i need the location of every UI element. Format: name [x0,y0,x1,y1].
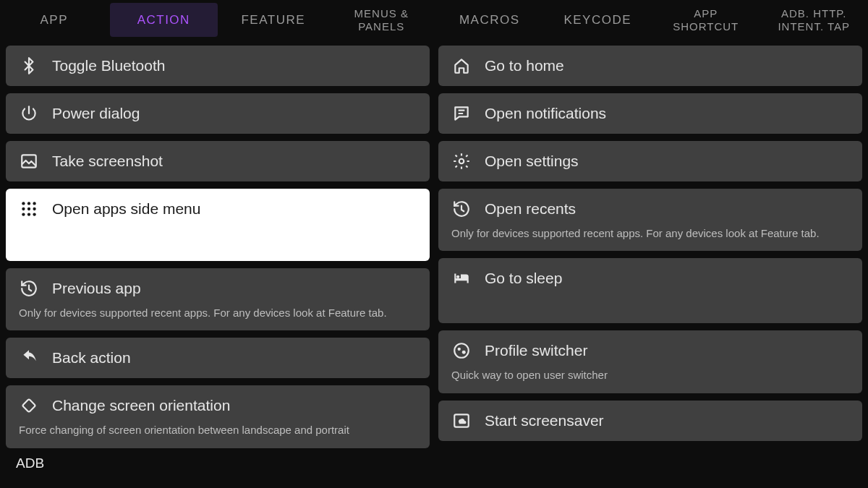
svg-point-4 [22,207,25,210]
grid-icon [19,199,39,219]
svg-point-8 [27,213,30,215]
svg-point-12 [456,275,459,278]
action-label: Start screensaver [485,412,604,429]
action-subtitle: Only for devices supported recent apps. … [451,226,849,241]
profile-icon [451,341,472,361]
action-label: Open notifications [485,105,606,122]
action-profile-switcher[interactable]: Profile switcherQuick way to open user s… [438,330,862,393]
undo-icon [19,348,39,368]
message-icon [451,103,472,124]
action-label: Toggle Bluetooth [52,57,165,74]
action-label: Power dialog [52,105,140,122]
cloud-icon [451,411,472,431]
bed-icon [451,268,472,288]
left-column: Toggle BluetoothPower dialogTake screens… [6,46,430,448]
action-power-dialog[interactable]: Power dialog [6,93,430,134]
power-icon [19,103,39,124]
svg-point-5 [27,207,30,210]
action-label: Go to sleep [485,270,562,287]
action-open-apps-side-menu[interactable]: Open apps side menu [6,189,430,261]
action-label: Change screen orientation [52,397,230,414]
svg-point-1 [22,202,25,205]
tab-feature[interactable]: FEATURE [219,0,328,40]
svg-point-7 [22,213,25,215]
action-change-screen-orientation[interactable]: Change screen orientationForce changing … [6,385,430,448]
action-open-notifications[interactable]: Open notifications [438,93,862,134]
action-label: Go to home [485,57,564,74]
action-subtitle: Quick way to open user switcher [451,368,849,382]
gear-icon [451,151,472,171]
tab-adb-http-intent-tap[interactable]: ADB. HTTP. INTENT. TAP [760,0,869,40]
svg-point-13 [454,344,469,359]
action-label: Previous app [52,280,141,297]
tab-app-shortcut[interactable]: APP SHORTCUT [652,0,760,40]
action-label: Open settings [485,153,579,170]
tab-macros[interactable]: MACROS [435,0,544,40]
action-label: Profile switcher [485,342,587,359]
tab-app[interactable]: APP [0,0,109,40]
svg-point-6 [33,207,35,210]
action-go-to-home[interactable]: Go to home [438,46,862,86]
svg-rect-10 [22,399,35,412]
footer-truncated: ADB [0,448,868,471]
svg-point-9 [33,213,35,215]
action-label: Open apps side menu [52,200,200,218]
tab-keycode[interactable]: KEYCODE [544,0,652,40]
svg-point-14 [458,348,461,351]
svg-point-15 [462,351,466,354]
bluetooth-icon [19,56,39,76]
rotate-icon [19,395,39,416]
tab-menus-panels[interactable]: MENUS & PANELS [328,0,436,40]
action-label: Open recents [485,200,576,218]
svg-point-3 [33,202,35,205]
tab-action[interactable]: ACTION [110,3,218,37]
action-take-screenshot[interactable]: Take screenshot [6,141,430,181]
action-subtitle: Only for devices supported recent apps. … [19,306,417,320]
action-open-recents[interactable]: Open recentsOnly for devices supported r… [438,189,862,251]
action-toggle-bluetooth[interactable]: Toggle Bluetooth [6,46,430,86]
history-icon [451,199,472,219]
action-back-action[interactable]: Back action [6,338,430,378]
action-subtitle: Force changing of screen orientation bet… [19,423,417,437]
home-icon [451,56,472,76]
action-open-settings[interactable]: Open settings [438,141,862,181]
svg-point-11 [459,159,464,164]
content-area: Toggle BluetoothPower dialogTake screens… [0,40,868,448]
action-start-screensaver[interactable]: Start screensaver [438,401,862,441]
svg-point-2 [27,202,30,205]
action-go-to-sleep[interactable]: Go to sleep [438,258,862,323]
tab-bar: APPACTIONFEATUREMENUS & PANELSMACROSKEYC… [0,0,868,40]
image-icon [19,151,39,171]
history-icon [19,278,39,299]
action-label: Take screenshot [52,153,163,170]
right-column: Go to homeOpen notificationsOpen setting… [438,46,862,448]
action-previous-app[interactable]: Previous appOnly for devices supported r… [6,268,430,330]
action-label: Back action [52,349,131,367]
